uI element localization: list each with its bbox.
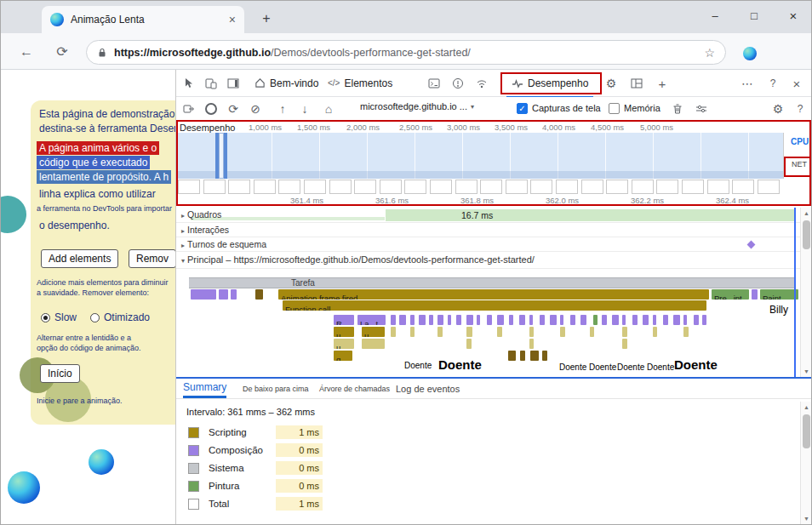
flame-bar[interactable] xyxy=(509,315,513,325)
flame-bar[interactable]: u... xyxy=(334,327,354,337)
remove-elements-button[interactable]: Remov xyxy=(129,249,175,268)
flame-scrollbar[interactable]: ▲ ▼ xyxy=(800,208,812,377)
screenshot-thumbnail[interactable] xyxy=(707,180,729,194)
flame-bar[interactable] xyxy=(653,327,657,337)
flame-bar[interactable] xyxy=(520,351,525,361)
home-origin-icon[interactable]: ⌂ xyxy=(319,100,338,117)
radio-slow-label[interactable]: Slow xyxy=(54,311,77,323)
screenshot-thumbnail[interactable] xyxy=(656,180,678,194)
garbage-collect-icon[interactable] xyxy=(692,100,711,117)
tab-performance[interactable]: Desempenho xyxy=(506,70,593,98)
flame-bar[interactable] xyxy=(487,315,492,325)
back-button[interactable]: ← xyxy=(14,40,38,64)
screenshot-thumbnail[interactable] xyxy=(254,180,276,194)
scroll-down-icon[interactable]: ▼ xyxy=(801,513,812,524)
layout-shifts-track[interactable]: ▸Turnos de esquema xyxy=(176,237,812,252)
tab-event-log[interactable]: Log de eventos xyxy=(396,379,460,398)
flame-bar[interactable] xyxy=(560,315,563,325)
add-elements-button[interactable]: Add elements xyxy=(41,249,118,268)
screenshot-thumbnail[interactable] xyxy=(380,180,402,194)
screenshots-label[interactable]: Capturas de tela xyxy=(532,103,601,113)
screenshot-thumbnail[interactable] xyxy=(556,180,578,194)
flame-bar[interactable] xyxy=(622,327,627,337)
scrollbar-thumb[interactable] xyxy=(803,414,810,448)
console-icon[interactable] xyxy=(425,75,443,92)
screenshot-thumbnail[interactable] xyxy=(682,180,704,194)
screenshot-thumbnail[interactable] xyxy=(430,180,452,194)
expand-arrow-icon[interactable]: ▸ xyxy=(181,242,185,249)
add-tab-icon[interactable]: + xyxy=(653,75,672,92)
tab-call-tree[interactable]: Árvore de chamadas xyxy=(319,379,390,398)
flame-bar[interactable] xyxy=(542,351,547,361)
flame-bar[interactable] xyxy=(410,327,415,337)
interactions-track[interactable]: ▸Interações xyxy=(176,223,812,237)
cpu-overview-band[interactable] xyxy=(176,133,783,179)
flame-bar[interactable]: u... xyxy=(362,327,385,337)
flame-bar[interactable] xyxy=(529,315,533,325)
flame-bar[interactable] xyxy=(683,327,689,337)
frame-duration-band[interactable] xyxy=(386,209,794,221)
screenshot-thumbnail[interactable] xyxy=(732,180,754,194)
timeline-overview[interactable]: Desempenho 500 ms1,000 ms1,500 ms2,000 m… xyxy=(176,121,812,206)
screenshot-thumbnail[interactable] xyxy=(354,180,376,194)
save-profile-icon[interactable]: ↓ xyxy=(295,100,314,117)
tab-close-icon[interactable]: × xyxy=(229,13,236,26)
dock-side-icon[interactable] xyxy=(224,75,243,92)
main-thread-track-header[interactable]: ▾Principal – https://microsoftedge.githu… xyxy=(176,253,812,269)
flame-bar[interactable] xyxy=(362,339,385,349)
flame-bar[interactable] xyxy=(663,315,668,325)
flame-bar[interactable]: Pre...int xyxy=(712,289,749,300)
flame-bar[interactable] xyxy=(622,315,626,325)
flame-bar[interactable] xyxy=(612,315,619,325)
screenshot-thumbnail[interactable] xyxy=(178,180,200,194)
flame-bar[interactable] xyxy=(437,315,443,325)
screenshot-thumbnail[interactable] xyxy=(530,180,552,194)
screenshot-thumbnail[interactable] xyxy=(480,180,502,194)
scrollbar-thumb[interactable] xyxy=(803,220,810,249)
flame-bar[interactable] xyxy=(673,315,680,325)
screenshot-thumbnail[interactable] xyxy=(606,180,628,194)
flame-bar[interactable] xyxy=(653,315,656,325)
perf-help-icon[interactable]: ? xyxy=(791,100,809,117)
browser-essentials-icon[interactable] xyxy=(738,42,762,66)
screenshot-thumbnail[interactable] xyxy=(278,180,300,194)
scroll-down-icon[interactable]: ▼ xyxy=(801,366,812,377)
flame-bar[interactable] xyxy=(231,289,237,300)
expand-arrow-icon[interactable]: ▸ xyxy=(181,212,185,220)
screenshot-thumbnail[interactable] xyxy=(304,180,326,194)
flame-bar[interactable] xyxy=(580,315,586,325)
flame-bar[interactable] xyxy=(508,351,516,361)
flame-bar[interactable] xyxy=(448,315,451,325)
flame-bar[interactable] xyxy=(643,315,649,325)
flame-bar[interactable] xyxy=(497,327,502,337)
device-emulation-icon[interactable] xyxy=(202,75,220,92)
flame-bar[interactable] xyxy=(456,315,461,325)
flame-bar[interactable] xyxy=(702,315,706,325)
expand-arrow-icon[interactable]: ▸ xyxy=(181,227,185,235)
flame-bar[interactable] xyxy=(590,327,594,337)
layout-panel-icon[interactable] xyxy=(627,75,646,92)
selection-handle-right[interactable] xyxy=(224,133,227,179)
flame-bar[interactable] xyxy=(540,315,545,325)
load-profile-icon[interactable]: ↑ xyxy=(273,100,292,117)
radio-optimized[interactable] xyxy=(90,313,100,322)
flame-bar[interactable] xyxy=(255,289,263,300)
issues-icon[interactable] xyxy=(449,75,467,92)
radio-optimized-label[interactable]: Otimizado xyxy=(104,311,150,323)
memory-label[interactable]: Memória xyxy=(624,103,660,113)
flame-bar[interactable] xyxy=(519,315,525,325)
flame-bar[interactable] xyxy=(477,315,480,325)
reload-and-record-button[interactable]: ⟳ xyxy=(224,100,243,117)
minimize-button[interactable]: – xyxy=(700,4,729,28)
settings-gear-icon[interactable]: ⚙ xyxy=(602,75,620,92)
flame-bar[interactable] xyxy=(391,327,396,337)
scroll-up-icon[interactable]: ▲ xyxy=(801,208,812,219)
flame-bar[interactable]: u... xyxy=(334,339,354,349)
origin-select[interactable]: microsoftedge.github.io ... ▾ xyxy=(360,101,474,111)
flame-bar[interactable] xyxy=(622,339,627,349)
flame-bar[interactable] xyxy=(570,315,575,325)
inspect-element-icon[interactable] xyxy=(180,75,198,92)
flame-bar[interactable] xyxy=(530,351,539,361)
flame-bar[interactable] xyxy=(694,315,699,325)
flame-bar[interactable]: Animation frame fired xyxy=(278,289,709,300)
